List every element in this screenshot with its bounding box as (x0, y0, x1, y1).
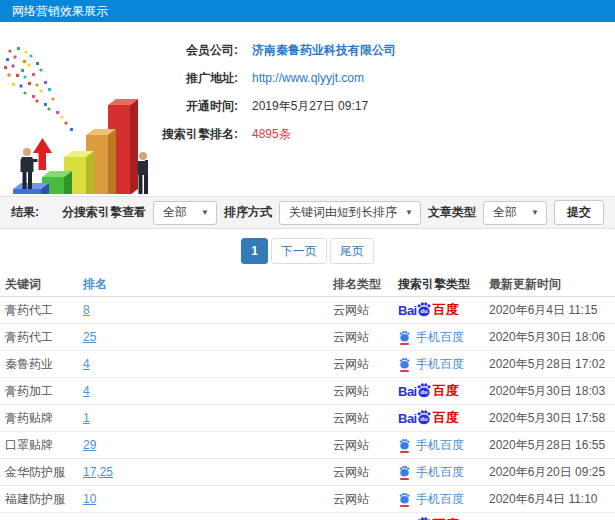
table-row: 膏药加工 4 云网站 Bai du 百度 2020年5月30日 18:03 (0, 378, 615, 405)
table-row: 口罩贴牌 29 云网站 手机百度 2020年5月28日 16:55 (0, 432, 615, 459)
sort-selected: 关键词由短到长排序 (289, 204, 398, 221)
rank-type-cell: 云网站 (333, 491, 398, 508)
keyword-cell: 膏药加工 (0, 383, 83, 400)
rank-link[interactable]: 25 (83, 330, 333, 344)
table-row: 金华防护服 17,25 云网站 手机百度 2020年6月20日 09:25 (0, 459, 615, 486)
baidu-paw-icon: du (416, 382, 432, 398)
baidu-logo-bai: Bai (398, 303, 417, 318)
engine-cell: 手机百度 (398, 356, 489, 373)
baidu-logo-cn: 百度 (433, 382, 459, 400)
result-section-label: 结果: (11, 204, 39, 221)
rank-link[interactable]: 1 (83, 411, 333, 425)
engine-cell: 手机百度 (398, 464, 489, 481)
updated-cell: 2020年5月30日 18:03 (489, 383, 615, 400)
info-row-company: 会员公司: 济南秦鲁药业科技有限公司 (152, 36, 396, 64)
updated-cell: 2020年5月28日 16:55 (489, 437, 615, 454)
rank-link[interactable]: 4 (83, 384, 333, 398)
page-title: 网络营销效果展示 (12, 4, 108, 18)
company-name-link[interactable]: 济南秦鲁药业科技有限公司 (252, 42, 396, 59)
mobile-baidu-paw-icon (398, 330, 411, 345)
promo-url-link[interactable]: http://www.qlyyjt.com (252, 71, 364, 85)
article-type-selected: 全部 (493, 204, 524, 221)
baidu-logo: Bai 百度 (398, 516, 459, 520)
updated-cell: 2020年6月4日 11:10 (489, 491, 615, 508)
updated-cell: 2020年6月4日 11:15 (489, 302, 615, 319)
svg-text:du: du (420, 389, 428, 395)
rank-type-cell: 云网站 (333, 464, 398, 481)
header-rank: 排名 (83, 276, 333, 293)
header-rank-type: 排名类型 (333, 276, 398, 293)
growth-arrow (33, 138, 52, 170)
article-type-select[interactable]: 全部 ▼ (483, 201, 547, 225)
baidu-paw-icon: du (416, 409, 432, 425)
businessman-left (21, 148, 38, 189)
keyword-cell: 金华防护服 (0, 464, 83, 481)
baidu-paw-icon (416, 516, 432, 520)
mobile-baidu-paw-icon (398, 438, 411, 453)
rank-count-value: 4895条 (252, 126, 291, 143)
mobile-baidu-paw-icon (398, 492, 411, 507)
rank-link[interactable]: 17,25 (83, 465, 333, 479)
rank-link[interactable]: 29 (83, 438, 333, 452)
keyword-cell: 膏药代工 (0, 302, 83, 319)
updated-cell: 2020年6月20日 09:25 (489, 464, 615, 481)
sort-select[interactable]: 关键词由短到长排序 ▼ (279, 201, 421, 225)
baidu-logo: Bai du 百度 (398, 409, 459, 427)
article-type-label: 文章类型 (428, 204, 476, 221)
promo-url-label: 推广地址: (152, 70, 238, 87)
table-row: 福建防护服 10 云网站 手机百度 2020年6月4日 11:10 (0, 486, 615, 513)
mobile-baidu-logo: 手机百度 (398, 464, 464, 481)
member-info-list: 会员公司: 济南秦鲁药业科技有限公司 推广地址: http://www.qlyy… (152, 36, 396, 148)
engine-filter-select[interactable]: 全部 ▼ (153, 201, 217, 225)
baidu-paw-icon: du (416, 301, 432, 317)
rank-link[interactable]: 8 (83, 303, 333, 317)
table-row: 膏药代工 8 云网站 Bai du 百度 2020年6月4日 11:15 (0, 297, 615, 324)
table-row: 膏药贴牌 1 云网站 Bai du 百度 2020年5月30日 17:58 (0, 405, 615, 432)
updated-cell: 2020年5月30日 17:58 (489, 410, 615, 427)
page-number-current[interactable]: 1 (241, 238, 268, 264)
sort-label: 排序方式 (224, 204, 272, 221)
header-keyword: 关键词 (0, 276, 83, 293)
mobile-baidu-logo: 手机百度 (398, 329, 464, 346)
company-label: 会员公司: (152, 42, 238, 59)
keyword-cell: 膏药贴牌 (0, 410, 83, 427)
last-page-button[interactable]: 尾页 (330, 238, 374, 264)
filter-bar: 结果: 分搜索引擎查看 全部 ▼ 排序方式 关键词由短到长排序 ▼ 文章类型 全… (0, 196, 615, 229)
engine-cell: Bai 百度 (398, 513, 489, 520)
engine-cell: Bai du 百度 (398, 382, 489, 400)
rank-type-cell: 云网站 (333, 329, 398, 346)
submit-button[interactable]: 提交 (554, 200, 604, 225)
pagination: 1 下一页 尾页 (0, 229, 615, 272)
baidu-logo-cn: 百度 (433, 301, 459, 319)
mobile-baidu-label: 手机百度 (416, 356, 464, 373)
mobile-baidu-label: 手机百度 (416, 464, 464, 481)
rank-link[interactable]: 4 (83, 357, 333, 371)
baidu-logo-bai: Bai (398, 384, 417, 399)
engine-filter-label: 分搜索引擎查看 (62, 204, 146, 221)
engine-cell: 手机百度 (398, 491, 489, 508)
engine-cell: Bai du 百度 (398, 301, 489, 319)
rank-type-cell: 云网站 (333, 410, 398, 427)
keyword-cell: 口罩贴牌 (0, 437, 83, 454)
info-row-open-time: 开通时间: 2019年5月27日 09:17 (152, 92, 396, 120)
rank-type-cell: 云网站 (333, 302, 398, 319)
chevron-down-icon: ▼ (405, 208, 413, 217)
next-page-button[interactable]: 下一页 (271, 238, 327, 264)
baidu-logo: Bai du 百度 (398, 382, 459, 400)
mobile-baidu-paw-icon (398, 465, 411, 480)
baidu-logo-cn: 百度 (433, 409, 459, 427)
svg-text:du: du (420, 416, 428, 422)
rank-type-cell: 云网站 (333, 356, 398, 373)
rank-type-cell: 云网站 (333, 437, 398, 454)
chevron-down-icon: ▼ (531, 208, 539, 217)
engine-cell: Bai du 百度 (398, 409, 489, 427)
rank-type-cell: 云网站 (333, 383, 398, 400)
table-row-partial: Bai 百度 (0, 513, 615, 520)
keyword-cell: 福建防护服 (0, 491, 83, 508)
window-titlebar: 网络营销效果展示 (0, 0, 615, 22)
rank-link[interactable]: 10 (83, 492, 333, 506)
keyword-cell: 膏药代工 (0, 329, 83, 346)
rank-count-label: 搜索引擎排名: (152, 126, 238, 143)
table-header-row: 关键词 排名 排名类型 搜索引擎类型 最新更新时间 (0, 272, 615, 297)
header-engine: 搜索引擎类型 (398, 276, 489, 293)
